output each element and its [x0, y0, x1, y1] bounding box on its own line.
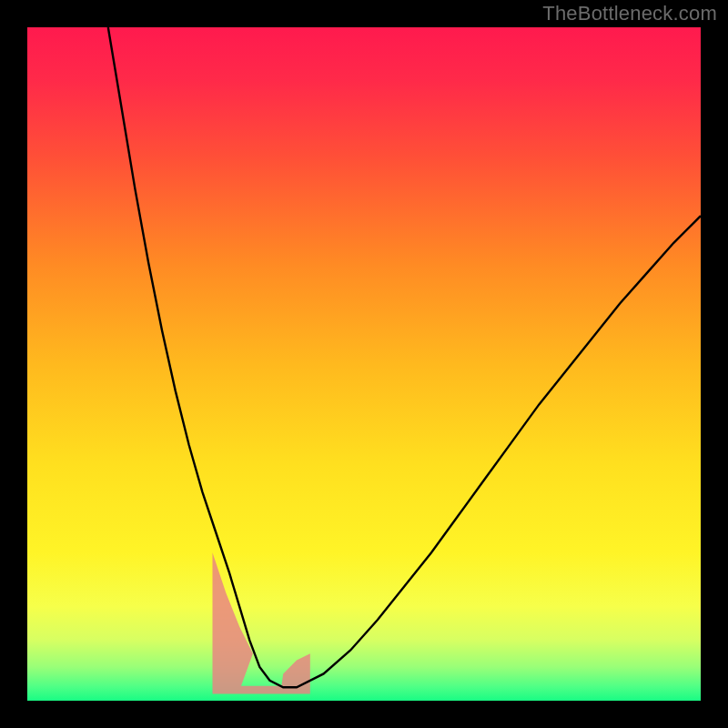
bottleneck-mask	[213, 552, 310, 693]
plot-area	[27, 27, 701, 701]
watermark-text: TheBottleneck.com	[542, 2, 717, 25]
bottleneck-curve	[108, 27, 701, 687]
curve-layer	[27, 27, 701, 701]
chart-frame: TheBottleneck.com	[0, 0, 728, 728]
